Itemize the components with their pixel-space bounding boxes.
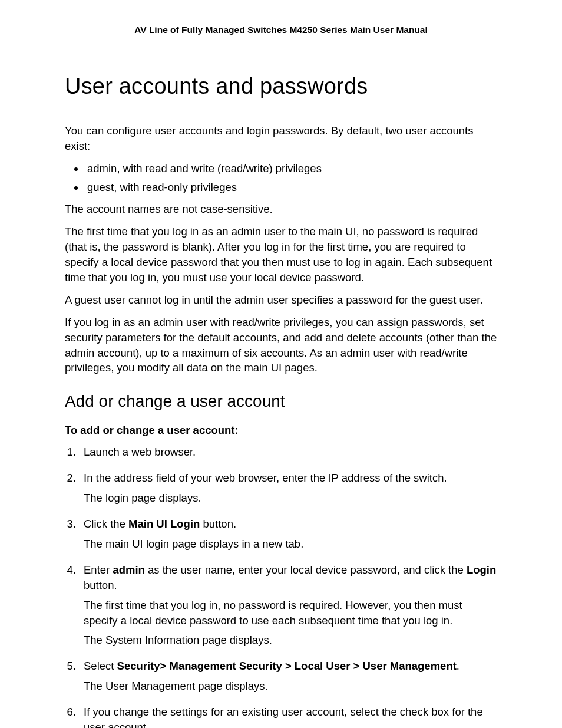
body-paragraph: The account names are not case-sensitive… (65, 202, 497, 217)
step-text: The System Information page displays. (84, 633, 497, 648)
procedure-steps: Launch a web browser. In the address fie… (79, 444, 497, 728)
step-text: Launch a web browser. (84, 444, 497, 460)
step-text: Select Security> Management Security > L… (84, 658, 497, 674)
step-text: The User Management page displays. (84, 678, 497, 694)
procedure-lead: To add or change a user account: (65, 423, 497, 438)
step-text: The first time that you log in, no passw… (84, 598, 497, 628)
body-paragraph: The first time that you log in as an adm… (65, 224, 497, 285)
step-item: In the address field of your web browser… (79, 470, 497, 506)
step-item: Select Security> Management Security > L… (79, 658, 497, 694)
step-text: If you change the settings for an existi… (84, 704, 497, 728)
list-item: admin, with read and write (read/write) … (85, 161, 497, 176)
intro-paragraph: You can configure user accounts and logi… (65, 123, 497, 154)
step-text: Enter admin as the user name, enter your… (84, 562, 497, 593)
step-item: Launch a web browser. (79, 444, 497, 460)
step-item: Enter admin as the user name, enter your… (79, 562, 497, 648)
step-text: Click the Main UI Login button. (84, 516, 497, 532)
step-item: Click the Main UI Login button. The main… (79, 516, 497, 552)
step-text: The main UI login page displays in a new… (84, 536, 497, 552)
list-item: guest, with read-only privileges (85, 180, 497, 195)
body-paragraph: If you log in as an admin user with read… (65, 315, 497, 376)
default-accounts-list: admin, with read and write (read/write) … (85, 161, 497, 195)
step-text: The login page displays. (84, 490, 497, 506)
section-heading: Add or change a user account (65, 390, 497, 413)
page-title: User accounts and passwords (65, 71, 497, 102)
document-header: AV Line of Fully Managed Switches M4250 … (65, 24, 497, 37)
step-item: If you change the settings for an existi… (79, 704, 497, 728)
body-paragraph: A guest user cannot log in until the adm… (65, 292, 497, 308)
step-text: In the address field of your web browser… (84, 470, 497, 486)
